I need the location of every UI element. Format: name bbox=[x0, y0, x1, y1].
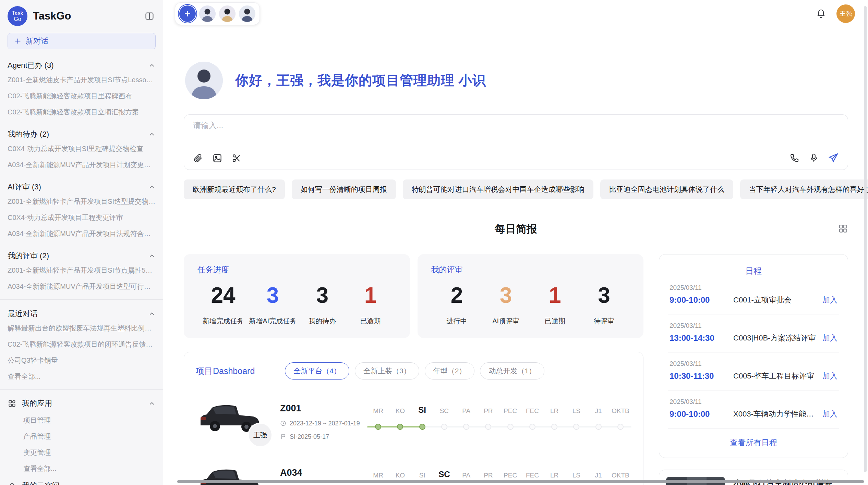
clock-icon bbox=[280, 420, 286, 426]
milestone-cell: LS bbox=[565, 405, 587, 439]
scissors-icon[interactable] bbox=[231, 153, 242, 163]
sidebar-task-item[interactable]: C02-飞腾新能源轻客改款项目里程碑画布 bbox=[8, 88, 156, 104]
sidebar-collapse-icon[interactable] bbox=[145, 11, 154, 21]
agent-avatar[interactable] bbox=[199, 5, 216, 22]
recent-chat-item[interactable]: 解释最新出台的欧盟报废车法规再生塑料比例被调至15%... bbox=[8, 320, 156, 336]
stat-label: 待评审 bbox=[582, 316, 626, 326]
my-apps-label: 我的应用 bbox=[22, 398, 52, 409]
daily-brief-title: 每日简报 bbox=[495, 223, 537, 235]
dashboard-header: 项目Dashboard 全新平台（4）全新上装（3）年型（2）动总开发（1） bbox=[196, 362, 631, 380]
app-link[interactable]: 查看全部... bbox=[8, 461, 156, 477]
sidebar-task-item[interactable]: C0X4-动力总成开发项目SI里程碑提交物检查 bbox=[8, 141, 156, 157]
schedule-item: 2025/03/11 9:00-10:00 C001-立项审批会 加入 bbox=[668, 276, 839, 314]
milestone-cells: MR KO bbox=[367, 405, 631, 439]
taskgo-logo: Task Go bbox=[8, 6, 27, 26]
milestone-label: SC bbox=[440, 405, 449, 415]
my-apps-list: 项目管理产品管理变更管理查看全部... bbox=[8, 412, 156, 477]
stat-item: 2 进行中 bbox=[435, 284, 479, 326]
sidebar-task-item[interactable]: Z001-全新燃油皮卡产品开发项目SI节点Lesson Learn报告 bbox=[8, 72, 156, 88]
suggestion-chip[interactable]: 特朗普可能对进口汽车增税会对中国车企造成哪些影响 bbox=[403, 179, 593, 199]
microphone-icon[interactable] bbox=[809, 153, 819, 163]
sidebar-item-cloud-space[interactable]: 我的云空间 bbox=[8, 477, 156, 485]
grid-icon bbox=[8, 399, 16, 408]
suggestion-chip[interactable]: 比亚迪全固态电池计划具体说了什么 bbox=[600, 179, 733, 199]
join-link[interactable]: 加入 bbox=[822, 295, 837, 305]
sidebar-task-item[interactable]: A034-全新新能源MUV产品开发项目计划变更表编写 bbox=[8, 157, 156, 173]
dashboard-filter-tab[interactable]: 全新平台（4） bbox=[285, 362, 349, 380]
milestone-cell: J1 bbox=[588, 469, 610, 485]
suggestion-chip[interactable]: 如何写一份清晰的项目周报 bbox=[292, 179, 396, 199]
stat-cards-row: 任务进度 24 新增完成任务 3 bbox=[184, 254, 643, 338]
suggestion-chip[interactable]: 欧洲新规最近颁布了什么? bbox=[184, 179, 285, 199]
section-label: AI评审 (3) bbox=[8, 182, 41, 192]
input-toolbar-left bbox=[193, 153, 242, 163]
app-link[interactable]: 变更管理 bbox=[8, 445, 156, 461]
sidebar-task-item[interactable]: A034-全新新能源MUV产品开发项目造型可行性评审 bbox=[8, 278, 156, 295]
agent-avatar[interactable] bbox=[219, 5, 236, 22]
milestone-label: J1 bbox=[595, 469, 602, 479]
milestone-label: PEC bbox=[504, 405, 517, 415]
chat-input[interactable] bbox=[193, 121, 839, 130]
sidebar-task-item[interactable]: Z001-全新燃油轻卡产品开发项目SI节点属性5D文件评审 bbox=[8, 262, 156, 278]
stat-item: 3 我的待办 bbox=[300, 284, 345, 326]
recent-chat-item[interactable]: 公司Q3轻卡销量 bbox=[8, 352, 156, 369]
dashboard-filter-tab[interactable]: 动总开发（1） bbox=[480, 362, 544, 380]
schedule-date: 2025/03/11 bbox=[670, 398, 837, 406]
add-agent-button[interactable] bbox=[179, 5, 196, 22]
stat-label: 新增完成任务 bbox=[201, 316, 245, 326]
sidebar-task-item[interactable]: A034-全新新能源MUV产品开发项目法规符合性评审 bbox=[8, 226, 156, 242]
app-link[interactable]: 产品管理 bbox=[8, 428, 156, 445]
sidebar-task-item[interactable]: C02-飞腾新能源轻客改款项目立项汇报方案 bbox=[8, 104, 156, 120]
layout-grid-icon[interactable] bbox=[838, 223, 848, 234]
join-link[interactable]: 加入 bbox=[822, 371, 837, 381]
join-link[interactable]: 加入 bbox=[822, 333, 837, 343]
phone-icon[interactable] bbox=[789, 153, 800, 163]
section-header-recent-chats[interactable]: 最近对话 bbox=[8, 309, 156, 319]
stat-value: 2 bbox=[435, 284, 479, 307]
milestone-label: MR bbox=[373, 405, 383, 415]
sidebar-task-item[interactable]: Z001-全新燃油轻卡产品开发项目SI造型提交物评审 bbox=[8, 194, 156, 210]
stat-value: 3 bbox=[484, 284, 528, 307]
dashboard-filter-tab[interactable]: 年型（2） bbox=[425, 362, 475, 380]
section-header-agent-done[interactable]: Agent已办 (3) bbox=[8, 60, 156, 71]
section-header-ai-review[interactable]: AI评审 (3) bbox=[8, 182, 156, 192]
attachment-icon[interactable] bbox=[193, 153, 203, 163]
agent-avatar[interactable] bbox=[239, 5, 255, 22]
schedule-time: 9:00-10:00 bbox=[670, 409, 733, 419]
section-header-my-review[interactable]: 我的评审 (2) bbox=[8, 251, 156, 261]
left-column: 任务进度 24 新增完成任务 3 bbox=[184, 254, 643, 485]
recent-chat-list: 解释最新出台的欧盟报废车法规再生塑料比例被调至15%...C02-飞腾新能源轻客… bbox=[8, 320, 156, 385]
suggestion-chip[interactable]: 当下年轻人对汽车外观有怎样的喜好趋势 bbox=[740, 179, 868, 199]
dashboard-filter-tab[interactable]: 全新上装（3） bbox=[355, 362, 419, 380]
milestone-label: FEC bbox=[526, 405, 539, 415]
logo-line1: Task bbox=[12, 10, 23, 16]
user-avatar[interactable]: 王强 bbox=[836, 4, 855, 23]
stat-item: 24 新增完成任务 bbox=[201, 284, 245, 326]
milestone-cell: OKTB bbox=[610, 469, 631, 485]
recent-chat-item[interactable]: 查看全部... bbox=[8, 369, 156, 385]
my-review-card: 我的评审 2 进行中 3 bbox=[418, 254, 644, 338]
recent-chat-item[interactable]: C02-飞腾新能源轻客改款项目的闭环通告反馈情况 bbox=[8, 336, 156, 352]
join-link[interactable]: 加入 bbox=[822, 409, 837, 419]
image-icon[interactable] bbox=[212, 153, 222, 163]
schedule-name: X003-车辆动力学性能验... bbox=[733, 409, 818, 419]
send-icon[interactable] bbox=[828, 152, 839, 163]
right-column: 日程 2025/03/11 9:00-10:00 C001-立项审批会 加入 bbox=[659, 254, 848, 485]
milestone-label: PA bbox=[462, 469, 470, 479]
project-row-z001[interactable]: 王强 Z001 2023-12-19 ~ 2027-01-19 bbox=[196, 399, 631, 444]
sidebar-item-my-apps[interactable]: 我的应用 bbox=[8, 395, 156, 412]
view-all-schedule-link[interactable]: 查看所有日程 bbox=[668, 428, 839, 451]
app-link[interactable]: 项目管理 bbox=[8, 412, 156, 428]
stat-label: AI预评审 bbox=[484, 316, 528, 326]
milestone-cell: PR bbox=[477, 405, 499, 439]
vertical-scrollbar[interactable] bbox=[864, 6, 867, 472]
milestone-label: OKTB bbox=[612, 405, 629, 415]
sidebar-task-item[interactable]: C0X4-动力总成开发项目工程变更评审 bbox=[8, 210, 156, 226]
milestone-dot bbox=[595, 424, 602, 430]
topbar-right: 王强 bbox=[816, 4, 855, 23]
new-chat-button[interactable]: 新对话 bbox=[8, 33, 156, 49]
notification-bell-icon[interactable] bbox=[816, 9, 826, 19]
section-header-my-todo[interactable]: 我的待办 (2) bbox=[8, 129, 156, 139]
milestone-dot bbox=[485, 424, 491, 430]
milestone-cell: SC bbox=[433, 469, 455, 485]
